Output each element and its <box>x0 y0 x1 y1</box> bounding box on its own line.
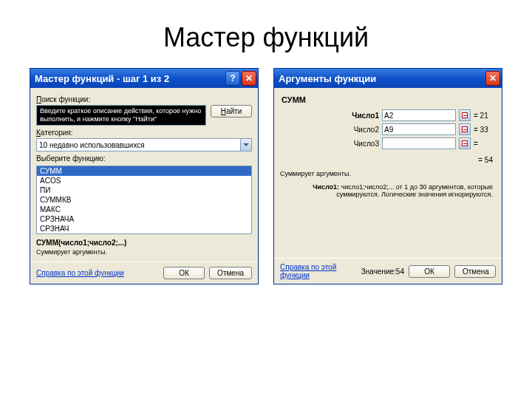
function-arguments-dialog: Аргументы функции ✕ СУММ Число1= 21Число… <box>273 68 502 284</box>
help-link[interactable]: Справка по этой функции <box>280 263 345 279</box>
function-description: Суммирует аргументы. <box>36 248 252 256</box>
value-label: Значение:54 <box>361 267 404 276</box>
cancel-button[interactable]: Отмена <box>454 265 496 278</box>
list-item[interactable]: ПИ <box>37 185 251 195</box>
select-function-label: Выберите функцию: <box>36 154 252 163</box>
argument-result: = <box>474 140 496 148</box>
cancel-button[interactable]: Отмена <box>209 267 252 279</box>
ok-button[interactable]: ОК <box>409 265 450 278</box>
function-wizard-step1-dialog: Мастер функций - шаг 1 из 2 ? ✕ Поиск фу… <box>30 68 259 284</box>
range-selector-icon[interactable] <box>459 137 471 149</box>
function-signature: СУММ(число1;число2;...) <box>36 239 252 247</box>
function-listbox[interactable]: СУММACOSПИСУММКВМАКССРЗНАЧАСРЗНАЧ <box>36 166 252 234</box>
argument-label: Число1 <box>342 112 379 120</box>
list-item[interactable]: СРЗНАЧА <box>37 214 251 224</box>
result-value: = 54 <box>283 156 493 164</box>
titlebar: Аргументы функции ✕ <box>274 69 502 88</box>
category-combo[interactable] <box>36 138 252 151</box>
close-button[interactable]: ✕ <box>485 71 500 86</box>
argument-result: = 21 <box>474 112 496 120</box>
search-label: Поиск функции: <box>36 95 252 103</box>
help-button[interactable]: ? <box>225 71 240 86</box>
ok-button[interactable]: ОК <box>163 267 205 279</box>
find-button[interactable]: Найти <box>211 105 252 117</box>
list-item[interactable]: СУММКВ <box>37 195 251 205</box>
argument-input[interactable] <box>382 109 456 121</box>
close-button[interactable]: ✕ <box>242 71 256 86</box>
argument-row: Число2= 33 <box>280 123 496 135</box>
argument-label: Число2 <box>342 126 379 134</box>
function-name: СУММ <box>280 92 496 107</box>
argument-row: Число3= <box>280 137 496 149</box>
list-item[interactable]: ACOS <box>37 176 251 185</box>
list-item[interactable]: СУММ <box>37 166 251 176</box>
list-item[interactable]: СРЗНАЧ <box>37 224 251 233</box>
titlebar: Мастер функций - шаг 1 из 2 ? ✕ <box>30 69 258 88</box>
argument-result: = 33 <box>474 126 496 134</box>
range-selector-icon[interactable] <box>459 109 471 121</box>
help-link[interactable]: Справка по этой функции <box>36 269 124 277</box>
argument-help: Число1: число1;число2;... от 1 до 30 арг… <box>283 183 493 198</box>
argument-label: Число3 <box>342 140 379 148</box>
summary-desc: Суммирует аргументы. <box>280 170 496 177</box>
chevron-down-icon[interactable] <box>240 138 252 151</box>
titlebar-text: Аргументы функции <box>279 73 485 84</box>
titlebar-text: Мастер функций - шаг 1 из 2 <box>35 73 225 84</box>
argument-row: Число1= 21 <box>280 109 496 121</box>
search-input[interactable]: Введите краткое описание действия, котор… <box>36 105 206 126</box>
slide-title: Мастер функций <box>0 0 532 68</box>
category-input[interactable] <box>36 138 240 151</box>
argument-input[interactable] <box>382 123 456 135</box>
argument-input[interactable] <box>382 137 456 149</box>
category-label: Категория: <box>36 129 252 137</box>
list-item[interactable]: МАКС <box>37 205 251 214</box>
range-selector-icon[interactable] <box>459 123 471 135</box>
